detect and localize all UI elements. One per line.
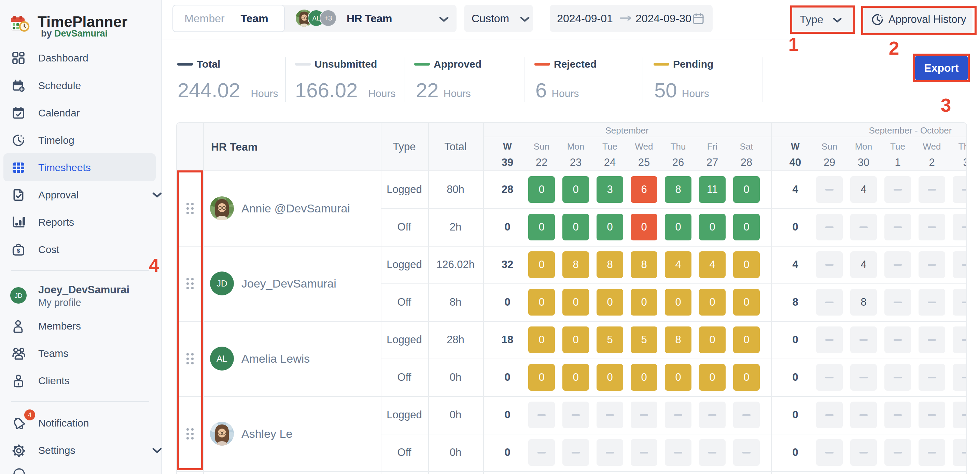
svg-text:AL: AL	[312, 15, 320, 22]
svg-text:4: 4	[28, 411, 32, 418]
svg-text:+3: +3	[325, 14, 332, 22]
svg-text:$: $	[17, 248, 20, 254]
svg-text:JD: JD	[14, 292, 22, 299]
